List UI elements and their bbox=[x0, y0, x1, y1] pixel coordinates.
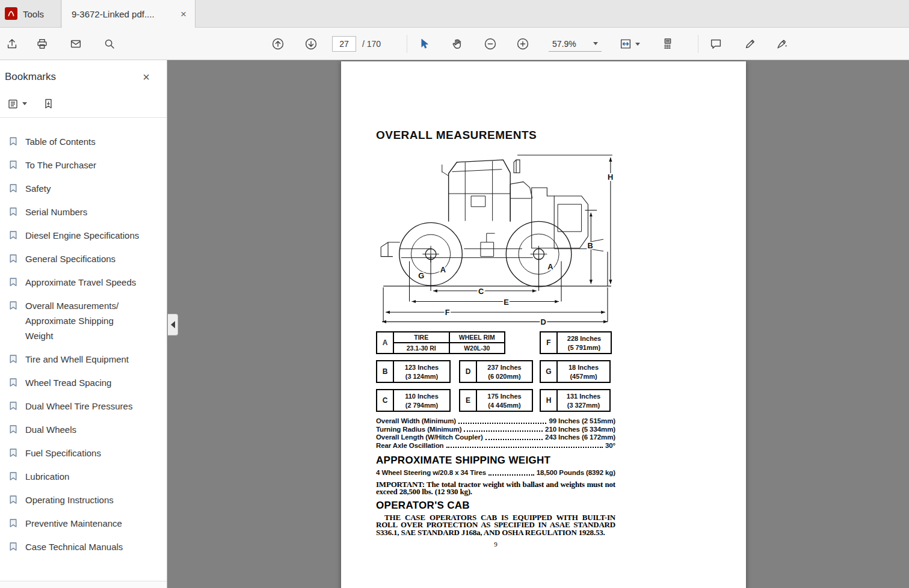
tab-tools-label: Tools bbox=[23, 9, 44, 19]
tire-header: TIRE bbox=[394, 332, 450, 342]
spec-line: Rear Axle Oscillation30° bbox=[376, 442, 615, 450]
zoom-in-icon[interactable] bbox=[516, 37, 530, 51]
select-tool-icon[interactable] bbox=[417, 37, 431, 51]
shipping-weight-line: 4 Wheel Steering w/20.8 x 34 Tires 18,50… bbox=[376, 469, 615, 477]
bookmark-item-operating-instructions[interactable]: Operating Instructions bbox=[0, 488, 167, 512]
bookmark-item-lubrication[interactable]: Lubrication bbox=[0, 465, 167, 488]
bookmark-item-diesel-engine-specifications[interactable]: Diesel Engine Specifications bbox=[0, 224, 167, 247]
tab-document-label: 9-3672-Linked pdf.... bbox=[72, 9, 155, 19]
bookmarks-toolbar bbox=[0, 90, 167, 118]
bookmark-options-icon[interactable] bbox=[7, 98, 27, 110]
dim-label-e: E bbox=[504, 298, 509, 307]
bookmark-item-to-the-purchaser[interactable]: To The Purchaser bbox=[0, 153, 167, 177]
previous-page-icon[interactable] bbox=[271, 37, 285, 51]
dim-label-b: B bbox=[587, 241, 593, 250]
fit-width-icon[interactable] bbox=[618, 37, 633, 51]
measure-box-c: C 110 Inches(2 794mm) bbox=[376, 389, 451, 412]
dim-label-a2: A bbox=[547, 262, 553, 271]
measure-box-d: D 237 Inches(6 020mm) bbox=[459, 360, 533, 383]
sidebar-scrollbar-track[interactable] bbox=[0, 581, 167, 588]
collapse-sidebar-button[interactable] bbox=[168, 314, 178, 335]
bookmark-item-dual-wheels[interactable]: Dual Wheels bbox=[0, 418, 167, 441]
chevron-down-icon bbox=[593, 42, 598, 45]
page-title: OVERALL MEASUREMENTS bbox=[376, 129, 746, 142]
bookmark-item-table-of-contents[interactable]: Table of Contents bbox=[0, 130, 167, 153]
measurements-section: A TIRE WHEEL RIM 23.1-30 RI W20L-30 bbox=[376, 331, 615, 548]
measure-box-h: H 131 Inches(3 327mm) bbox=[540, 389, 611, 412]
bookmark-item-tire-and-wheel-equipment[interactable]: Tire and Whell Equipment bbox=[0, 348, 167, 371]
dim-label-c: C bbox=[478, 287, 484, 296]
chevron-down-icon bbox=[22, 102, 27, 105]
wheel-rim-value: W20L-30 bbox=[450, 343, 505, 353]
tab-document[interactable]: 9-3672-Linked pdf.... × bbox=[62, 0, 196, 28]
bookmarks-header: Bookmarks × bbox=[0, 60, 167, 90]
dim-label-f: F bbox=[445, 308, 450, 317]
chevron-left-icon bbox=[171, 321, 175, 328]
email-icon[interactable] bbox=[69, 37, 83, 51]
tab-tools[interactable]: Tools bbox=[0, 0, 61, 28]
bookmark-item-preventive-maintenance[interactable]: Preventive Maintenance bbox=[0, 512, 167, 535]
zoom-level-dropdown[interactable]: 57.9% bbox=[549, 36, 602, 52]
bookmark-item-overall-measurements[interactable]: Overall Measurements/ Approximate Shippi… bbox=[0, 294, 167, 348]
toolbar-divider bbox=[407, 35, 407, 53]
bookmark-item-approximate-travel-speeds[interactable]: Approximate Travel Speeds bbox=[0, 271, 167, 294]
close-panel-icon[interactable]: × bbox=[143, 70, 150, 84]
tire-value: 23.1-30 RI bbox=[394, 343, 450, 353]
hand-tool-icon[interactable] bbox=[450, 37, 464, 51]
document-viewport[interactable]: OVERALL MEASUREMENTS bbox=[168, 60, 909, 588]
window-tab-bar: Tools 9-3672-Linked pdf.... × bbox=[0, 0, 909, 28]
dim-label-a: A bbox=[440, 265, 446, 274]
measure-box-e: E 175 Inches(4 445mm) bbox=[459, 389, 533, 412]
important-note: IMPORTANT: The total tractor weight with… bbox=[376, 481, 615, 495]
page-count-label: / 170 bbox=[362, 39, 381, 49]
tab-close-icon[interactable]: × bbox=[178, 8, 189, 20]
main-toolbar: / 170 57.9% bbox=[0, 28, 909, 60]
search-icon[interactable] bbox=[102, 37, 117, 51]
bookmark-item-dual-wheel-tire-pressures[interactable]: Dual Wheel Tire Pressures bbox=[0, 394, 167, 418]
zoom-out-icon[interactable] bbox=[483, 37, 498, 51]
spec-line: Overall Length (W/Hitch Coupler)243 Inch… bbox=[376, 433, 615, 442]
wheel-rim-header: WHEEL RIM bbox=[450, 332, 505, 342]
bookmark-item-serial-numbers[interactable]: Serial Numbers bbox=[0, 200, 167, 224]
spec-line: Turning Radius (Minimum)210 Inches (5 33… bbox=[376, 426, 615, 434]
shipping-weight-heading: APPROXIMATE SHIPPING WEIGHT bbox=[376, 455, 615, 467]
dim-label-g: G bbox=[418, 271, 424, 280]
fit-options-chevron-icon[interactable] bbox=[635, 43, 640, 46]
dim-label-h: H bbox=[608, 173, 613, 182]
tractor-diagram: A A G B H C E F D bbox=[376, 153, 620, 326]
share-icon[interactable] bbox=[5, 37, 19, 51]
bookmarks-title: Bookmarks bbox=[5, 71, 56, 83]
overall-spec-lines: Overall Width (Minimum)99 Inches (2 515m… bbox=[376, 417, 615, 450]
measure-box-g: G 18 Inches(457mm) bbox=[540, 360, 611, 383]
toolbar-divider bbox=[698, 35, 698, 53]
measure-box-f: F 228 Inches(5 791mm) bbox=[540, 331, 612, 354]
tire-wheel-rim-table: A TIRE WHEEL RIM 23.1-30 RI W20L-30 bbox=[376, 331, 505, 354]
dim-label-d: D bbox=[541, 317, 546, 326]
table-row-label: A bbox=[377, 332, 394, 353]
operators-cab-body: THE CASE OPERATORS CAB IS EQUIPPED WITH … bbox=[376, 514, 615, 537]
bookmark-item-wheel-tread-spacing[interactable]: Wheel Tread Spacing bbox=[0, 371, 167, 394]
bookmark-list: Table of Contents To The Purchaser Safet… bbox=[0, 118, 167, 559]
bookmark-item-case-technical-manuals[interactable]: Case Technical Manuals bbox=[0, 535, 167, 559]
bookmark-item-safety[interactable]: Safety bbox=[0, 177, 167, 200]
print-icon[interactable] bbox=[35, 37, 49, 51]
measure-box-b: B 123 Inches(3 124mm) bbox=[376, 360, 451, 383]
highlight-pen-icon[interactable] bbox=[743, 37, 757, 51]
bookmark-item-general-specifications[interactable]: General Specifications bbox=[0, 247, 167, 271]
next-page-icon[interactable] bbox=[304, 37, 318, 51]
page-number-input[interactable] bbox=[332, 36, 356, 52]
bookmark-item-fuel-specifications[interactable]: Fuel Specifications bbox=[0, 441, 167, 465]
bookmarks-panel: Bookmarks × Table of Contents To The Pur… bbox=[0, 60, 167, 588]
pdf-page: OVERALL MEASUREMENTS bbox=[341, 61, 746, 588]
fill-sign-icon[interactable] bbox=[775, 37, 789, 51]
page-scrolling-icon[interactable] bbox=[661, 37, 675, 51]
page-number: 9 bbox=[376, 541, 615, 548]
zoom-level-value: 57.9% bbox=[552, 39, 576, 49]
spec-line: Overall Width (Minimum)99 Inches (2 515m… bbox=[376, 417, 615, 426]
goto-current-bookmark-icon[interactable] bbox=[43, 98, 55, 110]
operators-cab-heading: OPERATOR'S CAB bbox=[376, 500, 615, 512]
comment-icon[interactable] bbox=[709, 37, 723, 51]
